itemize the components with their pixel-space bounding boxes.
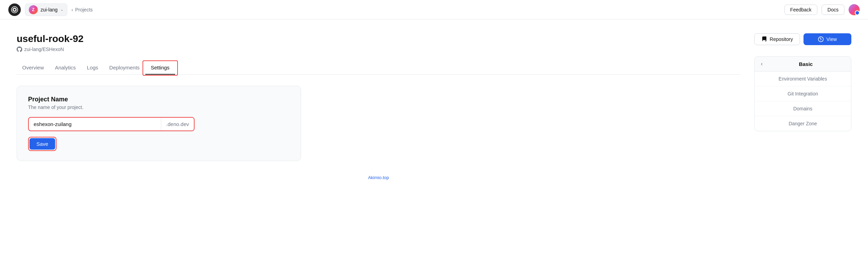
project-repo: zui-lang/ESHexoN — [17, 47, 740, 52]
top-nav: Z zui-lang ⌄ ‹ Projects Feedback Docs — [0, 0, 868, 19]
repository-icon — [762, 36, 767, 42]
sidebar-nav-item-git-integration[interactable]: Git Integration — [755, 86, 851, 101]
chevron-left-icon: ‹ — [71, 7, 73, 12]
logo-icon — [10, 6, 19, 14]
save-button[interactable]: Save — [29, 138, 55, 150]
topnav-right: Feedback Docs — [784, 4, 860, 15]
app-logo — [8, 3, 21, 16]
sidebar-nav-header: ‹ Basic — [755, 57, 851, 72]
user-avatar: Z — [29, 5, 38, 14]
project-name-input-group: .deno.dev — [28, 117, 195, 131]
settings-card-desc: The name of your project. — [28, 104, 290, 110]
sidebar-nav-back-button[interactable]: ‹ — [761, 61, 763, 67]
sidebar-nav-title: Basic — [767, 61, 845, 67]
settings-card-title: Project Name — [28, 96, 290, 103]
breadcrumb: ‹ Projects — [71, 7, 93, 12]
sidebar-action-row: Repository View — [754, 33, 851, 45]
user-avatar-right[interactable] — [849, 4, 860, 15]
view-label: View — [826, 36, 837, 42]
tab-deployments[interactable]: Deployments — [104, 62, 145, 75]
tab-overview[interactable]: Overview — [17, 62, 50, 75]
tab-settings[interactable]: Settings — [145, 62, 175, 75]
svg-point-1 — [14, 9, 16, 10]
username-label: zui-lang — [41, 7, 58, 12]
settings-card: Project Name The name of your project. .… — [17, 86, 301, 161]
project-title: useful-rook-92 — [17, 33, 740, 44]
view-button[interactable]: View — [803, 33, 851, 45]
tab-analytics[interactable]: Analytics — [50, 62, 81, 75]
tabs-bar: Overview Analytics Logs Deployments Sett… — [17, 62, 740, 75]
sidebar-nav-item-domains[interactable]: Domains — [755, 101, 851, 116]
main-content: useful-rook-92 zui-lang/ESHexoN Overview… — [17, 33, 740, 180]
sidebar: Repository View ‹ Basic Environment Vari… — [754, 33, 851, 180]
repo-path: zui-lang/ESHexoN — [24, 47, 64, 52]
tab-settings-wrapper: Settings — [145, 62, 175, 74]
project-name-input[interactable] — [29, 118, 161, 131]
sidebar-nav: ‹ Basic Environment Variables Git Integr… — [754, 56, 851, 131]
watermark: Akimio.top — [17, 175, 740, 180]
breadcrumb-label: Projects — [75, 7, 93, 12]
github-icon — [17, 47, 22, 52]
main-layout: useful-rook-92 zui-lang/ESHexoN Overview… — [0, 19, 868, 194]
save-button-wrapper: Save — [28, 137, 57, 151]
breadcrumb-back-button[interactable]: ‹ Projects — [71, 7, 93, 12]
repository-button[interactable]: Repository — [754, 33, 800, 45]
sidebar-nav-item-danger-zone[interactable]: Danger Zone — [755, 116, 851, 131]
globe-icon — [818, 36, 824, 42]
input-suffix: .deno.dev — [161, 118, 194, 131]
sidebar-nav-item-env-vars[interactable]: Environment Variables — [755, 72, 851, 86]
user-selector[interactable]: Z zui-lang ⌄ — [25, 3, 67, 16]
repository-label: Repository — [770, 36, 793, 42]
docs-button[interactable]: Docs — [822, 5, 844, 15]
tab-logs[interactable]: Logs — [81, 62, 104, 75]
feedback-button[interactable]: Feedback — [784, 5, 817, 15]
chevron-down-icon: ⌄ — [60, 7, 63, 12]
